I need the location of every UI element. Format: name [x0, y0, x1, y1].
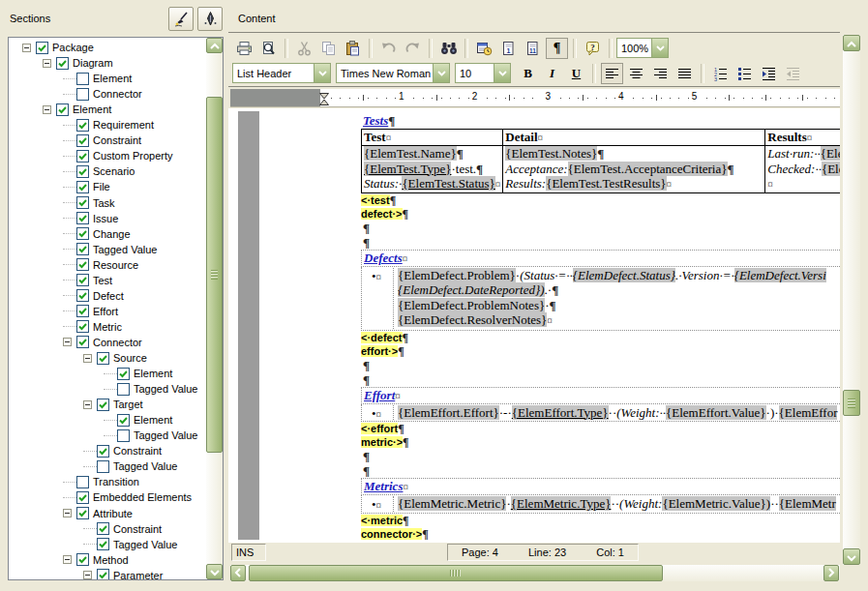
tree-item-label[interactable]: Scenario: [93, 165, 135, 177]
checked-checkbox[interactable]: [76, 320, 89, 333]
tree-item-label[interactable]: Custom Property: [93, 150, 173, 162]
checked-checkbox[interactable]: [76, 150, 89, 163]
tree-item-element[interactable]: Element: [104, 412, 172, 428]
horizontal-scrollbar-thumb[interactable]: [249, 565, 663, 581]
checked-checkbox[interactable]: [97, 445, 109, 458]
collapse-minus-icon[interactable]: [83, 400, 92, 409]
insert-page-number-button[interactable]: 1: [497, 38, 520, 59]
tree-item-tagged-value[interactable]: Tagged Value: [63, 242, 157, 257]
align-center-button[interactable]: [625, 63, 647, 84]
checked-checkbox[interactable]: [56, 103, 69, 116]
scroll-left-button[interactable]: [230, 565, 246, 581]
tree-item-label[interactable]: Change: [93, 228, 131, 240]
chevron-down-icon[interactable]: [314, 64, 330, 82]
collapse-minus-icon[interactable]: [22, 44, 31, 52]
scroll-right-button[interactable]: [823, 565, 839, 581]
tree-item-label[interactable]: Parameter: [113, 570, 163, 579]
tree-item-label[interactable]: Constraint: [113, 445, 162, 457]
tree-item-label[interactable]: Transition: [93, 476, 139, 488]
tree-item-label[interactable]: Package: [52, 42, 94, 53]
tree-item-label[interactable]: Tagged Value: [113, 460, 177, 472]
tree-item-label[interactable]: Attribute: [93, 508, 133, 519]
tree-item-label[interactable]: File: [93, 181, 110, 192]
tree-item-effort[interactable]: Effort: [63, 304, 118, 319]
unchecked-checkbox[interactable]: [76, 476, 89, 488]
checked-checkbox[interactable]: [76, 212, 89, 224]
tree-item-label[interactable]: Element: [73, 103, 111, 115]
collapse-minus-icon[interactable]: [83, 354, 92, 363]
vertical-scrollbar[interactable]: [843, 35, 860, 565]
checked-checkbox[interactable]: [97, 352, 109, 365]
tree-item-requirement[interactable]: Requirement: [63, 117, 154, 133]
tree-item-test[interactable]: Test: [63, 273, 112, 288]
vertical-scrollbar-thumb[interactable]: [843, 390, 860, 416]
tree-item-constraint[interactable]: Constraint: [83, 521, 162, 537]
tree-item-label[interactable]: Issue: [93, 213, 118, 224]
tree-item-label[interactable]: Tagged Value: [113, 539, 177, 550]
sections-tree[interactable]: PackageDiagramElementConnectorElementReq…: [8, 37, 224, 580]
tree-item-change[interactable]: Change: [63, 226, 131, 242]
tree-item-label[interactable]: Constraint: [113, 523, 162, 535]
tree-item-constraint[interactable]: Constraint: [83, 443, 162, 458]
tree-item-label[interactable]: Diagram: [73, 57, 113, 69]
checked-checkbox[interactable]: [117, 414, 130, 427]
tree-item-connector[interactable]: Connector: [63, 86, 142, 102]
checked-checkbox[interactable]: [117, 368, 130, 380]
collapse-minus-icon[interactable]: [63, 509, 72, 517]
tree-item-tagged-value[interactable]: Tagged Value: [104, 381, 197, 397]
tree-item-label[interactable]: Requirement: [93, 119, 154, 131]
tree-scrollbar-thumb[interactable]: [206, 97, 223, 453]
tree-scrollbar[interactable]: [206, 38, 223, 579]
collapse-minus-icon[interactable]: [63, 338, 72, 346]
indent-marker[interactable]: [319, 92, 329, 109]
chevron-down-icon[interactable]: [433, 64, 449, 82]
bullet-list-button[interactable]: [733, 63, 756, 84]
tree-item-label[interactable]: Resource: [93, 259, 138, 271]
paragraph-style-select[interactable]: List Header: [232, 63, 331, 83]
tree-item-file[interactable]: File: [63, 179, 110, 194]
checked-checkbox[interactable]: [76, 305, 89, 317]
align-justify-button[interactable]: [673, 63, 696, 84]
checked-checkbox[interactable]: [97, 538, 109, 550]
tree-item-label[interactable]: Task: [93, 197, 115, 209]
collapse-minus-icon[interactable]: [83, 571, 92, 579]
font-family-select[interactable]: Times New Roman: [336, 63, 450, 83]
collapse-minus-icon[interactable]: [63, 555, 72, 564]
tree-item-label[interactable]: Target: [113, 399, 143, 410]
checked-checkbox[interactable]: [97, 522, 109, 535]
tree-item-diagram[interactable]: Diagram: [43, 55, 113, 71]
tree-item-package[interactable]: Package: [22, 40, 94, 55]
tree-item-label[interactable]: Connector: [93, 337, 142, 348]
document-canvas[interactable]: Tests¶Test¤Detail¤Results¤{ElemTest.Name…: [228, 108, 840, 543]
help-button[interactable]: ?: [582, 38, 604, 59]
checked-checkbox[interactable]: [76, 227, 89, 240]
checked-checkbox[interactable]: [76, 491, 89, 504]
checked-checkbox[interactable]: [76, 507, 89, 519]
chevron-down-icon[interactable]: [494, 64, 510, 82]
unchecked-checkbox[interactable]: [76, 88, 89, 101]
underline-button[interactable]: U: [565, 63, 587, 84]
tree-item-tagged-value[interactable]: Tagged Value: [83, 537, 177, 552]
tree-item-label[interactable]: Method: [93, 554, 129, 566]
tree-item-attribute[interactable]: Attribute: [63, 506, 133, 521]
tree-item-element[interactable]: Element: [63, 71, 132, 86]
scroll-down-button[interactable]: [843, 548, 860, 565]
tree-item-constraint[interactable]: Constraint: [63, 133, 141, 148]
tree-item-resource[interactable]: Resource: [63, 257, 138, 273]
tree-item-label[interactable]: Connector: [93, 88, 142, 100]
increase-indent-button[interactable]: [758, 63, 780, 84]
signing-pen-button[interactable]: [168, 7, 194, 31]
checked-checkbox[interactable]: [76, 243, 89, 255]
align-right-button[interactable]: [649, 63, 672, 84]
ink-pen-button[interactable]: [197, 7, 223, 31]
tree-item-label[interactable]: Embedded Elements: [93, 491, 192, 503]
tree-item-label[interactable]: Source: [113, 352, 147, 364]
tree-item-method[interactable]: Method: [63, 552, 129, 568]
checked-checkbox[interactable]: [76, 258, 89, 271]
checked-checkbox[interactable]: [76, 196, 89, 209]
zoom-select[interactable]: 100%: [616, 38, 669, 58]
print-button[interactable]: [233, 38, 255, 59]
unchecked-checkbox[interactable]: [117, 383, 130, 396]
print-preview-button[interactable]: [257, 38, 280, 59]
checked-checkbox[interactable]: [76, 289, 89, 302]
